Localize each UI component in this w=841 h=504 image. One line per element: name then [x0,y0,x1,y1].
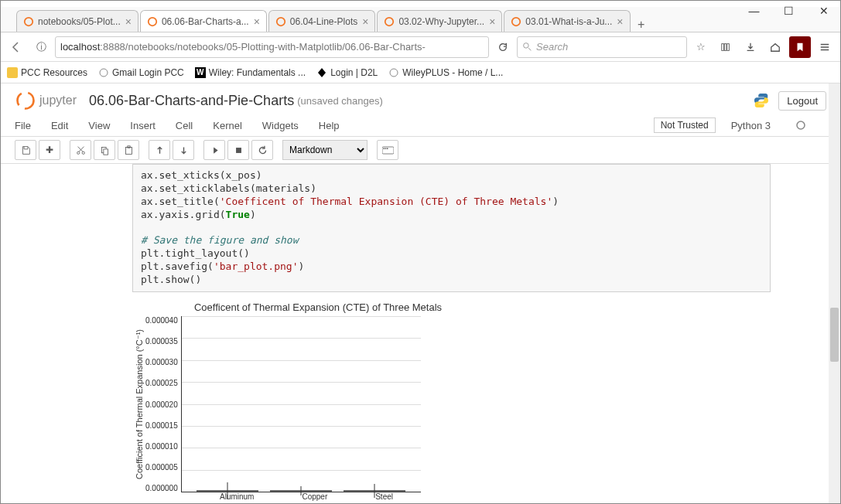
logout-button[interactable]: Logout [778,91,826,111]
cut-button[interactable] [70,140,91,160]
add-cell-button[interactable]: ✚ [39,140,60,160]
menu-help[interactable]: Help [319,120,340,131]
trust-button[interactable]: Not Trusted [654,117,716,133]
close-tab-icon[interactable]: × [489,15,495,28]
svg-rect-8 [724,43,726,50]
chart-title: Coefficent of Thermal Expansion (CTE) of… [171,301,465,313]
search-bar[interactable]: Search [517,36,687,58]
minimize-button[interactable]: — [737,0,771,22]
restart-button[interactable] [251,140,273,160]
maximize-button[interactable]: ☐ [771,0,806,22]
menu-file[interactable]: File [15,120,31,131]
browser-tab[interactable]: 03.02-Why-Jupyter... × [377,10,502,32]
bookmark-item[interactable]: WileyPLUS - Home / L... [388,67,503,78]
code-line: plt.tight_layout() [141,247,762,261]
svg-rect-17 [103,148,108,154]
jupyter-header: jupyter 06.06-Bar-Charts-and-Pie-Charts … [1,83,840,114]
svg-point-11 [390,69,398,77]
svg-point-0 [25,17,33,26]
move-up-button[interactable] [149,140,170,160]
jupyter-logo[interactable]: jupyter [15,90,77,111]
chart-ylabel: Coefficient of Thermal Expansion (°C⁻¹) [132,316,145,492]
kernel-name: Python 3 [731,120,771,131]
bookmark-item[interactable]: Login | D2L [316,67,378,78]
menu-icon[interactable] [814,36,836,58]
browser-tab[interactable]: notebooks/05-Plot... × [16,10,138,32]
move-down-button[interactable] [173,140,194,160]
d2l-icon [316,67,327,78]
python-logo-icon [752,91,771,110]
svg-rect-22 [383,148,385,149]
titlebar [1,1,840,7]
code-line: plt.savefig('bar_plot.png') [141,261,762,274]
close-window-button[interactable]: ✕ [806,0,841,22]
code-line: ax.yaxis.grid(True) [141,209,762,222]
bookmark-item[interactable]: Gmail Login PCC [98,67,184,78]
url-host: localhost [60,41,100,53]
browser-tab[interactable]: 06.06-Bar-Charts-a... × [140,10,267,32]
w-icon: W [195,67,206,78]
svg-point-13 [797,121,805,129]
menu-view[interactable]: View [88,120,110,131]
close-tab-icon[interactable]: × [254,15,260,28]
browser-tabstrip: notebooks/05-Plot... × 06.06-Bar-Charts-… [1,7,840,32]
svg-point-4 [512,17,521,26]
jupyter-favicon [23,16,34,27]
close-tab-icon[interactable]: × [617,15,623,28]
menu-cell[interactable]: Cell [176,120,193,131]
command-palette-button[interactable] [377,140,398,160]
paste-button[interactable] [118,140,139,160]
pdf-icon[interactable] [789,36,811,58]
tab-label: notebooks/05-Plot... [38,16,121,27]
svg-line-6 [528,48,531,50]
scrollbar[interactable] [829,83,840,503]
notebook-title[interactable]: 06.06-Bar-Charts-and-Pie-Charts [89,93,294,109]
bookmark-item[interactable]: PCC Resources [7,67,87,78]
close-tab-icon[interactable]: × [362,15,368,28]
jupyter-toolbar: ✚ Markdown [1,137,840,164]
reload-button[interactable] [492,36,514,58]
stop-button[interactable] [227,140,249,160]
copy-button[interactable] [94,140,115,160]
star-icon[interactable]: ☆ [690,36,712,58]
bookmark-item[interactable]: W Wiley: Fundamentals ... [195,67,306,78]
browser-tab[interactable]: 06.04-Line-Plots × [268,10,376,32]
cell-type-select[interactable]: Markdown [282,140,368,160]
svg-point-5 [524,43,529,49]
scrollbar-thumb[interactable] [830,308,839,362]
bookmark-label: WileyPLUS - Home / L... [402,67,503,78]
bookmark-label: Gmail Login PCC [112,67,184,78]
chart-bar [270,490,332,492]
url-bar[interactable]: localhost:8888/notebooks/notebooks/05-Pl… [55,36,489,58]
bookmark-bar: PCC Resources Gmail Login PCC W Wiley: F… [1,62,840,83]
menu-kernel[interactable]: Kernel [213,120,242,131]
kernel-indicator[interactable]: Python 3 [731,120,806,131]
svg-point-10 [100,69,108,77]
download-icon[interactable] [740,36,761,58]
code-cell[interactable]: ax.set_xticks(x_pos) ax.set_xticklabels(… [132,164,771,292]
svg-rect-7 [722,43,724,50]
home-icon[interactable] [764,36,786,58]
chart-output: Coefficent of Thermal Expansion (CTE) of… [132,301,786,501]
save-button[interactable] [15,140,36,160]
info-icon[interactable]: ⓘ [30,36,52,58]
close-tab-icon[interactable]: × [125,15,132,28]
code-line: ax.set_title('Coefficent of Thermal Expa… [141,196,762,209]
svg-rect-23 [385,148,386,149]
save-status: (unsaved changes) [297,95,383,107]
svg-rect-24 [387,148,388,149]
browser-tab[interactable]: 03.01-What-is-a-Ju... × [504,10,630,32]
run-button[interactable] [203,140,225,160]
bookmark-label: Wiley: Fundamentals ... [209,67,306,78]
menu-edit[interactable]: Edit [51,120,68,131]
menu-insert[interactable]: Insert [130,120,156,131]
library-icon[interactable] [715,36,737,58]
jupyter-favicon [384,16,395,27]
browser-navbar: ⓘ localhost:8888/notebooks/notebooks/05-… [1,32,840,62]
code-line: ax.set_xticks(x_pos) [141,169,762,182]
menu-widgets[interactable]: Widgets [262,120,299,131]
jupyter-menubar: File Edit View Insert Cell Kernel Widget… [1,114,840,137]
new-tab-button[interactable]: + [632,18,651,32]
svg-point-1 [149,17,157,26]
back-button[interactable] [5,36,27,58]
